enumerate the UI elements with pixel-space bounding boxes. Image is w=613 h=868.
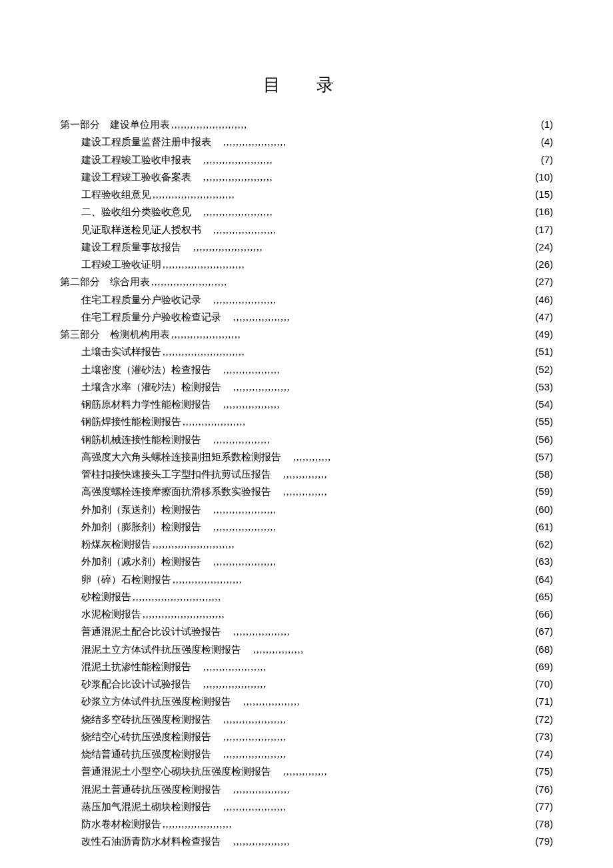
toc-entry-dots: ,,,,,,,,,,,,,,,,,,,,,, — [163, 819, 233, 829]
table-of-contents: 第一部分 建设单位用表,,,,,,,,,,,,,,,,,,,,,,,,(1)建设… — [60, 117, 553, 850]
toc-entry-label: 工程竣工验收证明 — [81, 259, 161, 270]
toc-entry: 钢筋原材料力学性能检测报告 ,,,,,,,,,,,,,,,,,,(54) — [60, 396, 553, 412]
toc-entry-page: (52) — [528, 362, 553, 377]
toc-entry-text: 钢筋焊接性能检测报告,,,,,,,,,,,,,,,,,,,, — [60, 414, 246, 430]
toc-entry-page: (62) — [528, 536, 553, 552]
toc-entry-page: (77) — [528, 799, 553, 814]
toc-entry-text: 外加剂（泵送剂）检测报告 ,,,,,,,,,,,,,,,,,,,, — [60, 502, 277, 518]
toc-entry-label: 高强度螺栓连接摩擦面抗滑移系数实验报告 — [81, 486, 271, 497]
toc-entry-label: 第二部分 综合用表 — [60, 276, 150, 287]
toc-entry-dots: ,,,,,,,,,,,,,,,,,,,,,,,,,, — [153, 539, 235, 550]
toc-entry-label: 钢筋焊接性能检测报告 — [81, 416, 181, 427]
toc-entry-dots: ,,,,,,,,,,,,,,,,,, — [233, 696, 301, 707]
toc-entry-dots: ,,,,,,,,,,,,,,,,,,,, — [213, 749, 287, 759]
toc-entry-page: (60) — [528, 502, 553, 517]
toc-entry: 烧结普通砖抗压强度检测报告 ,,,,,,,,,,,,,,,,,,,,(74) — [60, 746, 553, 762]
toc-entry-label: 防水卷材检测报告 — [81, 819, 161, 829]
toc-entry-text: 外加剂（膨胀剂）检测报告 ,,,,,,,,,,,,,,,,,,,, — [60, 520, 277, 535]
toc-entry-page: (72) — [528, 711, 553, 727]
toc-entry-page: (49) — [528, 326, 553, 342]
toc-entry-dots: ,,,,,,,,,,,,,, — [273, 766, 328, 777]
toc-entry-dots: ,,,,,,,,,,,,,,,, — [243, 644, 304, 655]
toc-entry: 第二部分 综合用表,,,,,,,,,,,,,,,,,,,,,,,,(27) — [60, 274, 553, 290]
toc-entry-text: 住宅工程质量分户验收记录 ,,,,,,,,,,,,,,,,,,,, — [60, 292, 277, 308]
toc-entry-text: 卵（碎）石检测报告,,,,,,,,,,,,,,,,,,,,,, — [60, 572, 243, 588]
toc-entry-text: 蒸压加气混泥土砌块检测报告 ,,,,,,,,,,,,,,,,,,,, — [60, 799, 287, 815]
toc-entry-text: 砂浆配合比设计试验报告 ,,,,,,,,,,,,,,,,,,,, — [60, 677, 267, 692]
toc-entry: 建设工程竣工验收备案表 ,,,,,,,,,,,,,,,,,,,,,,(10) — [60, 169, 553, 185]
toc-entry: 普通混泥土配合比设计试验报告 ,,,,,,,,,,,,,,,,,,(67) — [60, 624, 553, 640]
toc-entry-text: 第一部分 建设单位用表,,,,,,,,,,,,,,,,,,,,,,,, — [60, 117, 247, 133]
toc-entry-label: 住宅工程质量分户验收检查记录 — [81, 312, 221, 322]
toc-entry-dots: ,,,,,,,,,,,,,,,,,, — [213, 399, 281, 410]
toc-entry-dots: ,,,,,,,,,,,,,,,,,,,, — [213, 714, 287, 725]
toc-entry-text: 工程竣工验收证明,,,,,,,,,,,,,,,,,,,,,,,,,, — [60, 257, 245, 272]
toc-entry: 粉煤灰检测报告,,,,,,,,,,,,,,,,,,,,,,,,,,(62) — [60, 536, 553, 552]
toc-entry-page: (68) — [528, 642, 553, 657]
toc-entry-dots: ,,,,,,,,,,,,,,,,,, — [223, 382, 291, 392]
toc-entry: 第三部分 检测机构用表,,,,,,,,,,,,,,,,,,,,,,(49) — [60, 326, 553, 342]
toc-entry-dots: ,,,,,,,,,,,,,,,,,,,, — [193, 661, 267, 672]
toc-entry-dots: ,,,,,,,,,,,,,,,,,,,,,, — [193, 172, 273, 183]
toc-entry-text: 高强度螺栓连接摩擦面抗滑移系数实验报告 ,,,,,,,,,,,,,, — [60, 484, 328, 500]
toc-entry-text: 管柱扣接快速接头工字型扣件抗剪试压报告 ,,,,,,,,,,,,,, — [60, 467, 328, 482]
toc-entry: 工程竣工验收证明,,,,,,,,,,,,,,,,,,,,,,,,,,(26) — [60, 256, 553, 272]
toc-entry: 砂浆立方体试件抗压强度检测报告 ,,,,,,,,,,,,,,,,,,(71) — [60, 693, 553, 709]
toc-entry: 烧结多空砖抗压强度检测报告 ,,,,,,,,,,,,,,,,,,,,(72) — [60, 711, 553, 727]
toc-entry-page: (59) — [528, 484, 553, 499]
toc-entry: 普通混泥土小型空心砌块抗压强度检测报告 ,,,,,,,,,,,,,,(75) — [60, 763, 553, 779]
toc-entry-label: 砂检测报告 — [81, 592, 131, 602]
toc-entry-page: (55) — [528, 414, 553, 429]
toc-entry-dots: ,,,,,,,,,,,,,,,,,,,, — [213, 801, 287, 812]
toc-entry-dots: ,,,,,,,,,,,,,,,,,,,, — [203, 522, 277, 532]
toc-entry-page: (24) — [528, 239, 553, 254]
toc-entry: 混泥土立方体试件抗压强度检测报告 ,,,,,,,,,,,,,,,,(68) — [60, 642, 553, 657]
toc-entry: 土壤击实试样报告,,,,,,,,,,,,,,,,,,,,,,,,,,(51) — [60, 344, 553, 360]
toc-entry: 工程验收组意见,,,,,,,,,,,,,,,,,,,,,,,,,,(15) — [60, 187, 553, 203]
toc-entry-text: 土壤击实试样报告,,,,,,,,,,,,,,,,,,,,,,,,,, — [60, 344, 245, 360]
toc-entry-dots: ,,,,,,,,,,,,,,,,,,,,,,,,,, — [163, 259, 245, 270]
toc-entry-page: (57) — [528, 449, 553, 464]
toc-entry-dots: ,,,,,,,,,,,,,,,,,, — [223, 836, 291, 847]
toc-entry-dots: ,,,,,,,,,,,,,,,,,, — [223, 312, 291, 322]
toc-entry-page: (71) — [528, 693, 553, 709]
toc-entry-page: (51) — [528, 344, 553, 359]
toc-entry-label: 见证取样送检见证人授权书 — [81, 224, 201, 235]
toc-entry-page: (27) — [528, 274, 553, 289]
toc-entry-label: 高强度大六角头螺栓连接副扭矩系数检测报告 — [81, 452, 281, 462]
toc-entry-text: 外加剂（减水剂）检测报告 ,,,,,,,,,,,,,,,,,,,, — [60, 554, 277, 570]
toc-entry-page: (53) — [528, 379, 553, 394]
toc-entry: 高强度螺栓连接摩擦面抗滑移系数实验报告 ,,,,,,,,,,,,,,(59) — [60, 484, 553, 500]
toc-entry-label: 水泥检测报告 — [81, 609, 141, 620]
toc-entry-dots: ,,,,,,,,,,,,,,,,,,,, — [203, 224, 277, 235]
toc-entry-text: 砂浆立方体试件抗压强度检测报告 ,,,,,,,,,,,,,,,,,, — [60, 694, 301, 709]
toc-entry-text: 粉煤灰检测报告,,,,,,,,,,,,,,,,,,,,,,,,,, — [60, 537, 235, 552]
toc-entry-text: 建设工程竣工验收备案表 ,,,,,,,,,,,,,,,,,,,,,, — [60, 170, 273, 185]
toc-entry: 土壤密度（灌砂法）检查报告 ,,,,,,,,,,,,,,,,,,(52) — [60, 362, 553, 378]
toc-entry-page: (79) — [528, 833, 553, 849]
toc-entry-page: (65) — [528, 589, 553, 604]
toc-entry-dots: ,,,,,,,,,,,,,,,,,,,,,,,,,, — [163, 346, 245, 357]
toc-entry: 外加剂（泵送剂）检测报告 ,,,,,,,,,,,,,,,,,,,,(60) — [60, 502, 553, 518]
toc-entry-label: 砂浆立方体试件抗压强度检测报告 — [81, 696, 231, 707]
toc-entry-page: (10) — [528, 169, 553, 185]
toc-entry-page: (76) — [528, 781, 553, 797]
toc-entry-text: 第三部分 检测机构用表,,,,,,,,,,,,,,,,,,,,,, — [60, 327, 241, 342]
toc-entry-page: (78) — [528, 816, 553, 831]
toc-entry-label: 建设工程竣工验收备案表 — [81, 172, 191, 183]
toc-entry-label: 改性石油沥青防水材料检查报告 — [81, 836, 221, 847]
toc-entry: 卵（碎）石检测报告,,,,,,,,,,,,,,,,,,,,,,(64) — [60, 572, 553, 588]
toc-entry-label: 粉煤灰检测报告 — [81, 539, 151, 550]
toc-entry-text: 混泥土抗渗性能检测报告 ,,,,,,,,,,,,,,,,,,,, — [60, 659, 267, 675]
toc-entry-dots: ,,,,,,,,,,,,,,,,,,,,,,,, — [151, 276, 227, 287]
toc-entry-page: (54) — [528, 396, 553, 412]
toc-entry-dots: ,,,,,,,,,,,,,,,,,,,, — [183, 416, 246, 427]
toc-entry-page: (61) — [528, 519, 553, 534]
toc-entry: 建设工程质量事故报告 ,,,,,,,,,,,,,,,,,,,,,,(24) — [60, 239, 553, 255]
toc-entry-text: 工程验收组意见,,,,,,,,,,,,,,,,,,,,,,,,,, — [60, 187, 235, 203]
toc-entry-dots: ,,,,,,,,,,,,,,,,,,,, — [213, 731, 287, 742]
toc-entry-label: 外加剂（减水剂）检测报告 — [81, 556, 201, 567]
toc-entry-page: (64) — [528, 572, 553, 587]
toc-entry-page: (75) — [528, 763, 553, 779]
toc-entry-text: 建设工程质量监督注册申报表 ,,,,,,,,,,,,,,,,,,,, — [60, 135, 287, 150]
